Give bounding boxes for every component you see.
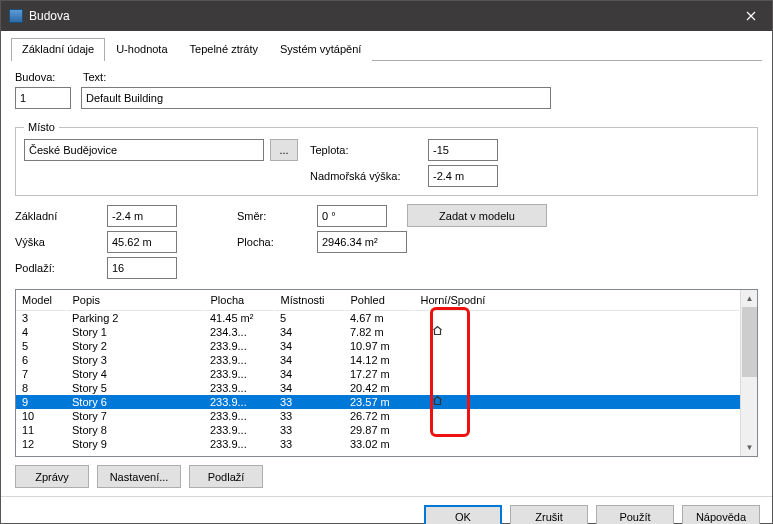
nastaveni-button[interactable]: Nastavení... xyxy=(97,465,181,488)
scrollbar[interactable]: ▲ ▼ xyxy=(740,290,757,456)
zadat-v-modelu-button[interactable]: Zadat v modelu xyxy=(407,204,547,227)
cell-plocha: 41.45 m² xyxy=(204,310,274,325)
cell-horni xyxy=(414,423,740,437)
legend-misto: Místo xyxy=(24,121,59,133)
cell-model: 11 xyxy=(16,423,66,437)
th-pohled[interactable]: Pohled xyxy=(344,290,414,310)
cell-plocha: 233.9... xyxy=(204,409,274,423)
help-button[interactable]: Nápověda xyxy=(682,505,760,524)
cell-pohled: 20.42 m xyxy=(344,381,414,395)
cell-plocha: 233.9... xyxy=(204,395,274,409)
cell-mistnosti: 33 xyxy=(274,395,344,409)
label-zakladni: Základní xyxy=(15,210,107,222)
label-podlazi: Podlaží: xyxy=(15,262,107,274)
cell-plocha: 233.9... xyxy=(204,437,274,451)
input-podlazi[interactable] xyxy=(107,257,177,279)
cell-model: 10 xyxy=(16,409,66,423)
label-budova: Budova: xyxy=(15,71,77,83)
cell-model: 9 xyxy=(16,395,66,409)
cell-pohled: 17.27 m xyxy=(344,367,414,381)
table-row[interactable]: 5Story 2233.9...3410.97 m xyxy=(16,339,740,353)
input-smer[interactable] xyxy=(317,205,387,227)
cell-model: 12 xyxy=(16,437,66,451)
th-horni[interactable]: Horní/Spodní xyxy=(414,290,740,310)
cell-mistnosti: 34 xyxy=(274,353,344,367)
cell-mistnosti: 33 xyxy=(274,423,344,437)
tab-heating[interactable]: Systém vytápění xyxy=(269,38,372,61)
tab-uvalue[interactable]: U-hodnota xyxy=(105,38,178,61)
titlebar: Budova xyxy=(1,1,772,31)
cell-pohled: 4.67 m xyxy=(344,310,414,325)
cell-popis: Story 7 xyxy=(66,409,204,423)
cell-mistnosti: 34 xyxy=(274,381,344,395)
cell-mistnosti: 33 xyxy=(274,437,344,451)
cell-popis: Parking 2 xyxy=(66,310,204,325)
input-budova[interactable] xyxy=(15,87,71,109)
cell-popis: Story 1 xyxy=(66,325,204,339)
house-icon xyxy=(432,325,442,336)
table-row[interactable]: 8Story 5233.9...3420.42 m xyxy=(16,381,740,395)
ok-button[interactable]: OK xyxy=(424,505,502,524)
input-plocha[interactable] xyxy=(317,231,407,253)
cell-plocha: 233.9... xyxy=(204,353,274,367)
cell-model: 7 xyxy=(16,367,66,381)
cell-plocha: 234.3... xyxy=(204,325,274,339)
cell-popis: Story 9 xyxy=(66,437,204,451)
cell-pohled: 7.82 m xyxy=(344,325,414,339)
th-popis[interactable]: Popis xyxy=(66,290,204,310)
label-text: Text: xyxy=(83,71,113,83)
input-zakladni[interactable] xyxy=(107,205,177,227)
cell-pohled: 23.57 m xyxy=(344,395,414,409)
th-plocha[interactable]: Plocha xyxy=(204,290,274,310)
input-vyska[interactable] xyxy=(107,231,177,253)
scroll-down-icon[interactable]: ▼ xyxy=(741,439,758,456)
cell-popis: Story 8 xyxy=(66,423,204,437)
cancel-button[interactable]: Zrušit xyxy=(510,505,588,524)
cell-model: 5 xyxy=(16,339,66,353)
cell-popis: Story 6 xyxy=(66,395,204,409)
table-row[interactable]: 12Story 9233.9...3333.02 m xyxy=(16,437,740,451)
input-text[interactable] xyxy=(81,87,551,109)
cell-horni xyxy=(414,310,740,325)
label-smer: Směr: xyxy=(237,210,317,222)
storeys-table[interactable]: Model Popis Plocha Místnosti Pohled Horn… xyxy=(15,289,758,457)
table-row[interactable]: 4Story 1234.3...347.82 m xyxy=(16,325,740,339)
th-model[interactable]: Model xyxy=(16,290,66,310)
table-row[interactable]: 6Story 3233.9...3414.12 m xyxy=(16,353,740,367)
input-misto[interactable] xyxy=(24,139,264,161)
tab-heatloss[interactable]: Tepelné ztráty xyxy=(179,38,269,61)
table-header: Model Popis Plocha Místnosti Pohled Horn… xyxy=(16,290,740,310)
cell-plocha: 233.9... xyxy=(204,423,274,437)
label-plocha: Plocha: xyxy=(237,236,317,248)
table-row[interactable]: 11Story 8233.9...3329.87 m xyxy=(16,423,740,437)
scroll-thumb[interactable] xyxy=(742,307,757,377)
table-row[interactable]: 9Story 6233.9...3323.57 m xyxy=(16,395,740,409)
cell-plocha: 233.9... xyxy=(204,381,274,395)
table-row[interactable]: 7Story 4233.9...3417.27 m xyxy=(16,367,740,381)
close-button[interactable] xyxy=(730,1,772,31)
cell-model: 4 xyxy=(16,325,66,339)
cell-model: 3 xyxy=(16,310,66,325)
cell-horni xyxy=(414,353,740,367)
table-row[interactable]: 10Story 7233.9...3326.72 m xyxy=(16,409,740,423)
input-teplota[interactable] xyxy=(428,139,498,161)
cell-horni xyxy=(414,381,740,395)
apply-button[interactable]: Použít xyxy=(596,505,674,524)
table-row[interactable]: 3Parking 241.45 m²54.67 m xyxy=(16,310,740,325)
zpravy-button[interactable]: Zprávy xyxy=(15,465,89,488)
cell-popis: Story 4 xyxy=(66,367,204,381)
scroll-up-icon[interactable]: ▲ xyxy=(741,290,758,307)
tabs: Základní údaje U-hodnota Tepelné ztráty … xyxy=(11,37,762,61)
cell-popis: Story 5 xyxy=(66,381,204,395)
misto-browse-button[interactable]: ... xyxy=(270,139,298,161)
input-nadmorska[interactable] xyxy=(428,165,498,187)
podlazi-button[interactable]: Podlaží xyxy=(189,465,263,488)
label-teplota: Teplota: xyxy=(310,144,422,156)
cell-horni xyxy=(414,437,740,451)
cell-plocha: 233.9... xyxy=(204,339,274,353)
house-icon xyxy=(432,395,442,406)
th-mistnosti[interactable]: Místnosti xyxy=(274,290,344,310)
window-title: Budova xyxy=(29,9,730,23)
cell-pohled: 29.87 m xyxy=(344,423,414,437)
tab-basic[interactable]: Základní údaje xyxy=(11,38,105,61)
